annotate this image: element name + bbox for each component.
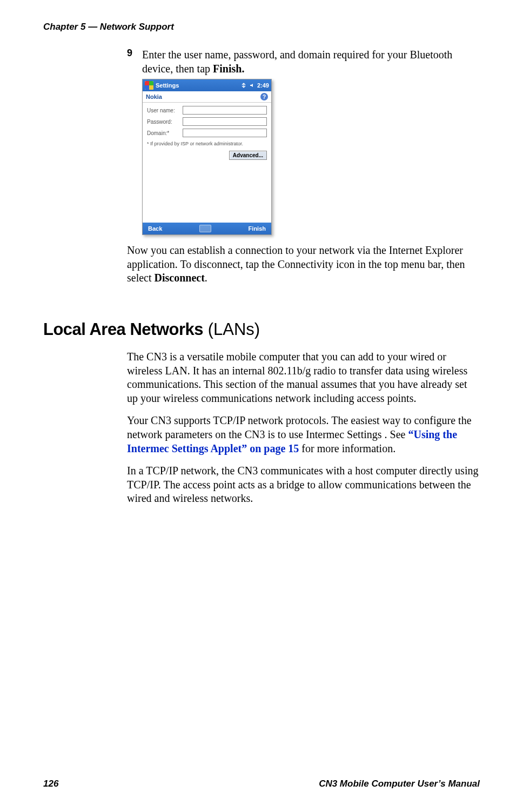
step-number: 9 [127, 48, 136, 76]
body-p2: Your CN3 supports TCP/IP network protoco… [127, 414, 480, 455]
titlebar-status: 2:49 [240, 82, 269, 89]
manual-title: CN3 Mobile Computer User’s Manual [319, 779, 480, 789]
connectivity-icon[interactable] [240, 82, 247, 89]
p2-post: for more information. [299, 442, 395, 454]
step-prefix: Enter the user name, password, and domai… [142, 49, 452, 75]
body-p1: The CN3 is a versatile mobile computer t… [127, 350, 480, 405]
page-number: 126 [43, 779, 58, 789]
help-icon[interactable]: ? [260, 93, 268, 100]
empty-space [143, 163, 271, 223]
heading-bold: Local Area Networks [43, 320, 203, 339]
volume-icon[interactable] [249, 82, 256, 89]
input-username[interactable] [183, 106, 267, 115]
content-block-1: 9 Enter the user name, password, and dom… [127, 48, 480, 294]
chapter-label: Chapter 5 — Network Support [43, 22, 174, 32]
step-text: Enter the user name, password, and domai… [142, 48, 480, 76]
field-username: User name: [147, 106, 267, 115]
start-flag-icon[interactable] [145, 81, 153, 90]
body-p3: In a TCP/IP network, the CN3 communicate… [127, 464, 480, 506]
back-button[interactable]: Back [148, 225, 162, 232]
subheader-label: Nokia [146, 93, 162, 100]
form-footnote: * If provided by ISP or network administ… [143, 141, 271, 150]
subheader: Nokia ? [143, 91, 271, 103]
heading-thin: (LANs) [203, 320, 260, 339]
after-text-part2: . [205, 272, 207, 284]
input-domain[interactable] [183, 129, 267, 137]
page-header: Chapter 5 — Network Support [43, 22, 480, 32]
label-domain: Domain:* [147, 130, 183, 136]
embedded-screenshot: Settings 2:49 Nokia ? User name: Passwor… [142, 79, 272, 235]
advanced-row: Advanced... [143, 150, 271, 163]
finish-button[interactable]: Finish [249, 225, 266, 232]
field-domain: Domain:* [147, 129, 267, 137]
step-bold: Finish. [213, 63, 244, 75]
section-heading: Local Area Networks (LANs) [43, 320, 260, 339]
bottom-bar: Back Finish [143, 223, 271, 234]
after-text-bold: Disconnect [155, 272, 205, 284]
label-username: User name: [147, 108, 183, 113]
keyboard-icon[interactable] [199, 225, 211, 232]
form-area: User name: Password: Domain:* [143, 103, 271, 141]
advanced-button[interactable]: Advanced... [229, 151, 267, 160]
content-block-2: The CN3 is a versatile mobile computer t… [127, 350, 480, 514]
label-password: Password: [147, 119, 183, 125]
field-password: Password: [147, 117, 267, 126]
after-screenshot-para: Now you can establish a connection to yo… [127, 244, 480, 285]
titlebar-title: Settings [156, 82, 238, 89]
page-footer: 126 CN3 Mobile Computer User’s Manual [43, 779, 480, 789]
step-9: 9 Enter the user name, password, and dom… [127, 48, 480, 76]
input-password[interactable] [183, 117, 267, 126]
titlebar: Settings 2:49 [143, 79, 271, 91]
titlebar-time: 2:49 [257, 82, 269, 89]
